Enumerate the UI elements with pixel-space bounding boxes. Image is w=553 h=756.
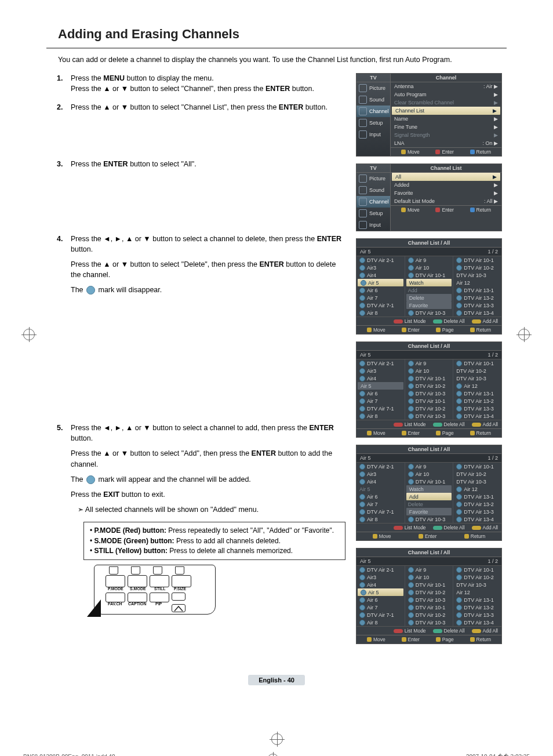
channel-row[interactable]: DTV Air 10-1 (453, 566, 501, 573)
channel-row[interactable]: Air 5 (356, 485, 405, 493)
channel-row[interactable]: DTV Air 13-4 (453, 412, 501, 420)
channel-row[interactable]: Air 8 (356, 309, 405, 317)
channel-row[interactable]: DTV Air 13-2 (453, 604, 501, 611)
channel-row[interactable]: DTV Air 13-3 (453, 405, 501, 412)
channel-row[interactable]: Air3 (356, 367, 405, 375)
channel-row[interactable]: DTV Air 10-3 (405, 412, 453, 420)
osd-side-item[interactable]: Sound (356, 94, 390, 106)
channel-row[interactable]: Air 7 (356, 500, 405, 508)
osd-side-item[interactable]: Input (356, 219, 390, 231)
channel-row[interactable]: DTV Air 10-2 (453, 470, 501, 478)
channel-row[interactable]: DTV Air 10-1 (453, 359, 501, 367)
channel-row[interactable]: DTV Air 2-1 (356, 566, 405, 573)
channel-row[interactable]: DTV Air 10-3 (453, 271, 501, 279)
channel-row[interactable]: Air 8 (356, 412, 405, 420)
channel-row[interactable]: DTV Air 10-3 (405, 596, 453, 604)
osd-side-item[interactable]: Sound (356, 184, 390, 196)
channel-row[interactable]: DTV Air 10-1 (405, 271, 453, 279)
channel-row[interactable]: Air 9 (405, 256, 453, 264)
channel-row[interactable]: Delete (406, 294, 452, 301)
osd-menu-row[interactable]: Favorite ▶ (391, 189, 501, 197)
channel-row[interactable]: Air4 (356, 581, 405, 588)
channel-row[interactable]: Air 5 (358, 382, 403, 390)
osd-side-item[interactable]: Picture (356, 173, 390, 184)
osd-side-item[interactable]: Setup (356, 117, 390, 129)
channel-row[interactable]: Air 5 (358, 279, 403, 286)
channel-row[interactable]: Favorite (406, 301, 452, 309)
osd-menu-row[interactable]: LNA: On ▶ (391, 139, 501, 147)
channel-row[interactable]: DTV Air 10-1 (405, 604, 453, 611)
osd-menu-row[interactable]: Default List Mode: All ▶ (391, 197, 501, 205)
channel-row[interactable]: DTV Air 10-2 (405, 588, 453, 596)
channel-row[interactable]: DTV Air 13-1 (453, 596, 501, 604)
channel-row[interactable]: DTV Air 10-2 (453, 573, 501, 581)
channel-row[interactable]: DTV Air 7-1 (356, 301, 405, 309)
channel-row[interactable]: Air 9 (405, 463, 453, 470)
osd-side-item[interactable]: Channel (356, 196, 390, 208)
channel-row[interactable]: DTV Air 10-2 (453, 367, 501, 375)
channel-row[interactable]: DTV Air 2-1 (356, 256, 405, 264)
channel-row[interactable]: Air 12 (453, 485, 501, 493)
channel-row[interactable]: DTV Air 7-1 (356, 508, 405, 515)
channel-row[interactable]: Air 9 (405, 359, 453, 367)
osd-side-item[interactable]: Picture (356, 82, 390, 94)
channel-row[interactable]: Air 12 (453, 588, 501, 596)
channel-row[interactable]: Air3 (356, 264, 405, 271)
channel-row[interactable]: Air3 (356, 573, 405, 581)
channel-row[interactable]: DTV Air 10-2 (453, 264, 501, 271)
channel-row[interactable]: Air 8 (356, 619, 405, 626)
channel-row[interactable]: DTV Air 10-1 (405, 478, 453, 485)
channel-row[interactable]: Air 6 (356, 390, 405, 397)
osd-menu-row[interactable]: Auto Program ▶ (391, 90, 501, 99)
channel-row[interactable]: Air4 (356, 478, 405, 485)
channel-row[interactable]: DTV Air 10-1 (453, 256, 501, 264)
osd-menu-row[interactable]: Name ▶ (391, 115, 501, 123)
channel-row[interactable]: Air 12 (453, 279, 501, 286)
channel-row[interactable]: Watch (406, 485, 452, 493)
channel-row[interactable]: Air 9 (405, 566, 453, 573)
channel-row[interactable]: Air 6 (356, 493, 405, 500)
channel-row[interactable]: DTV Air 10-3 (453, 375, 501, 382)
channel-row[interactable]: DTV Air 13-2 (453, 500, 501, 508)
channel-row[interactable]: DTV Air 13-2 (453, 397, 501, 405)
channel-row[interactable]: DTV Air 10-3 (405, 619, 453, 626)
channel-row[interactable]: DTV Air 13-4 (453, 619, 501, 626)
channel-row[interactable]: Air4 (356, 375, 405, 382)
channel-row[interactable]: Air 6 (356, 286, 405, 294)
channel-row[interactable]: Air 10 (405, 264, 453, 271)
channel-row[interactable]: DTV Air 13-2 (453, 294, 501, 301)
channel-row[interactable]: DTV Air 7-1 (356, 611, 405, 619)
osd-menu-row[interactable]: Signal Strength ▶ (391, 131, 501, 139)
channel-row[interactable]: DTV Air 10-1 (405, 397, 453, 405)
channel-row[interactable]: DTV Air 10-2 (405, 611, 453, 619)
channel-row[interactable]: DTV Air 10-1 (405, 375, 453, 382)
channel-row[interactable]: Air 8 (356, 515, 405, 523)
osd-menu-row[interactable]: Antenna: Air ▶ (391, 82, 501, 90)
channel-row[interactable]: DTV Air 10-1 (453, 463, 501, 470)
channel-row[interactable]: Air 6 (356, 596, 405, 604)
channel-row[interactable]: Delete (405, 500, 453, 508)
channel-row[interactable]: DTV Air 10-3 (453, 478, 501, 485)
channel-row[interactable]: DTV Air 10-3 (405, 390, 453, 397)
channel-row[interactable]: Air 10 (405, 470, 453, 478)
osd-menu-row[interactable]: All ▶ (392, 173, 500, 181)
channel-row[interactable]: DTV Air 7-1 (356, 405, 405, 412)
channel-row[interactable]: DTV Air 13-3 (453, 301, 501, 309)
channel-row[interactable]: DTV Air 13-1 (453, 390, 501, 397)
channel-row[interactable]: DTV Air 10-2 (405, 405, 453, 412)
channel-row[interactable]: Watch (406, 279, 452, 286)
osd-menu-row[interactable]: Added ▶ (391, 181, 501, 189)
channel-row[interactable]: Add (405, 286, 453, 294)
channel-row[interactable]: DTV Air 2-1 (356, 359, 405, 367)
channel-row[interactable]: DTV Air 10-3 (405, 309, 453, 317)
channel-row[interactable]: Favorite (406, 508, 452, 515)
channel-row[interactable]: Air4 (356, 271, 405, 279)
channel-row[interactable]: DTV Air 13-4 (453, 515, 501, 523)
channel-row[interactable]: Air 10 (405, 573, 453, 581)
channel-row[interactable]: Air 5 (358, 588, 403, 596)
osd-side-item[interactable]: Channel (356, 106, 390, 117)
channel-row[interactable]: DTV Air 10-1 (405, 581, 453, 588)
channel-row[interactable]: Air3 (356, 470, 405, 478)
channel-row[interactable]: Air 7 (356, 294, 405, 301)
channel-row[interactable]: DTV Air 13-3 (453, 508, 501, 515)
